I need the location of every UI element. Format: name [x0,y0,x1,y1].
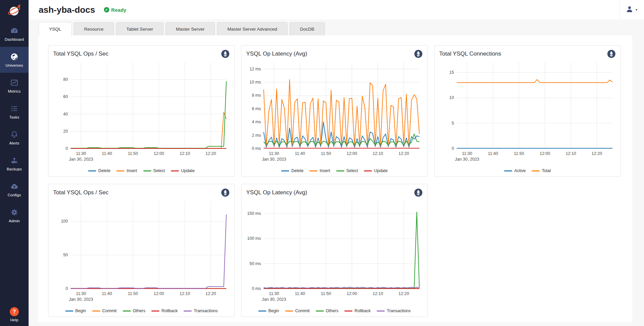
legend-label: Select [153,168,165,173]
legend-item-select[interactable]: Select [143,168,165,173]
tab-resource[interactable]: Resource [74,22,114,35]
tab-ysql[interactable]: YSQL [39,22,72,36]
y-tick-label: 15 [449,70,454,75]
charts-row-2: Total YSQL Ops / Sec 11:3011:4011:5012:0… [48,184,632,317]
legend-swatch [171,170,179,171]
y-tick-label: 150 ms [247,211,261,216]
sidebar-item-backups[interactable]: Backups [0,151,29,176]
gear-icon [10,208,18,217]
legend-item-select[interactable]: Select [336,168,358,173]
chart-canvas[interactable]: 11:3011:4011:5012:0012:1012:20Jan 30, 20… [246,60,423,165]
sidebar-item-label: Universes [5,63,23,67]
prometheus-icon[interactable] [221,188,230,197]
legend-label: Others [133,308,146,313]
legend-item-transactions[interactable]: Transactions [377,308,411,313]
legend-item-others[interactable]: Others [316,308,339,313]
legend-item-insert[interactable]: Insert [309,168,330,173]
sidebar-item-help[interactable]: ? Help [0,307,29,322]
chart-title: YSQL Op Latency (Avg) [246,188,307,196]
chart-canvas[interactable]: 11:3011:4011:5012:0012:1012:20Jan 30, 20… [439,60,616,165]
legend-label: Begin [75,308,86,313]
sidebar-item-tasks[interactable]: Tasks [0,99,29,125]
legend-item-rollback[interactable]: Rollback [151,308,178,313]
x-tick-label: 11:40 [295,151,305,156]
chart-canvas[interactable]: 11:3011:4011:5012:0012:1012:20Jan 30, 20… [246,198,423,305]
legend-swatch [309,170,317,171]
tab-master-server-advanced[interactable]: Master Server Advanced [217,22,288,35]
y-tick-label: 20 [63,129,68,134]
metrics-tab-bar: YSQL Resource Tablet Server Master Serve… [39,22,644,36]
x-tick-label: 11:30 [269,151,279,156]
tab-docdb[interactable]: DocDB [290,22,325,35]
y-tick-label: 0 ms [252,286,261,291]
tab-tablet-server[interactable]: Tablet Server [116,22,164,35]
chart-panel-total-ysql-ops-transactions: Total YSQL Ops / Sec 11:3011:4011:5012:0… [48,184,235,317]
legend-item-commit[interactable]: Commit [92,308,117,313]
legend-item-insert[interactable]: Insert [116,168,137,173]
x-tick-label: 11:50 [514,151,524,156]
x-tick-label: 11:40 [102,291,112,296]
series-line-others [264,212,419,288]
legend-item-commit[interactable]: Commit [285,308,310,313]
legend-swatch [364,170,372,171]
chart-legend: DeleteInsertSelectUpdate [246,168,423,173]
ready-check-icon: ✓ [104,7,109,12]
bell-icon [10,130,18,139]
prometheus-icon[interactable] [414,50,423,58]
sidebar-item-universes[interactable]: Universes [0,47,29,73]
sidebar-item-admin[interactable]: Admin [0,202,29,228]
legend-item-others[interactable]: Others [123,308,146,313]
x-tick-label: 12:10 [373,151,383,156]
sidebar-item-label: Metrics [8,89,21,93]
legend-item-total[interactable]: Total [532,168,551,173]
y-tick-label: 10 [449,95,454,100]
y-tick-label: 100 [61,219,68,224]
chart-panel-total-ysql-ops: Total YSQL Ops / Sec 11:3011:4011:5012:0… [48,45,235,177]
y-tick-label: 40 [63,112,68,117]
chart-canvas[interactable]: 11:3011:4011:5012:0012:1012:20Jan 30, 20… [53,60,230,165]
legend-item-transactions[interactable]: Transactions [184,308,218,313]
x-tick-label: 12:00 [347,291,357,296]
legend-label: Delete [98,168,110,173]
user-menu[interactable]: ▼ [619,0,644,20]
y-tick-label: 12 ms [250,67,261,71]
y-tick-label: 60 [63,94,68,99]
series-line-insert [71,112,226,149]
legend-label: Update [374,168,387,173]
sidebar-item-dashboard[interactable]: Dashboard [0,21,29,47]
caret-down-icon: ▼ [635,8,638,11]
yugabyte-logo[interactable] [0,0,29,21]
legend-item-delete[interactable]: Delete [88,168,110,173]
sidebar-item-metrics[interactable]: Metrics [0,73,29,99]
y-tick-label: 50 [63,253,68,257]
x-tick-label: 11:30 [76,291,86,296]
legend-item-begin[interactable]: Begin [65,308,86,313]
legend-label: Commit [295,308,310,313]
tab-master-server[interactable]: Master Server [165,22,215,35]
legend-item-active[interactable]: Active [504,168,526,173]
x-tick-label: 11:50 [128,151,138,156]
series-line-select [71,81,226,148]
legend-swatch [92,311,100,312]
legend-item-update[interactable]: Update [364,168,387,173]
legend-item-delete[interactable]: Delete [281,168,303,173]
y-tick-label: 0 [66,286,68,291]
sidebar-item-configs[interactable]: Configs [0,176,29,202]
legend-item-begin[interactable]: Begin [258,308,279,313]
series-line-transactions [71,215,226,288]
chart-title: Total YSQL Ops / Sec [53,188,108,196]
x-tick-label: 11:40 [295,291,305,296]
prometheus-icon[interactable] [221,50,230,58]
prometheus-icon[interactable] [414,188,423,197]
chart-canvas[interactable]: 11:3011:4011:5012:0012:1012:20Jan 30, 20… [53,198,230,305]
legend-item-update[interactable]: Update [171,168,194,173]
sidebar-nav: Dashboard Universes Metrics [0,21,29,228]
header: ash-yba-docs ✓ Ready ▼ [29,0,644,20]
prometheus-icon[interactable] [607,50,616,58]
legend-item-rollback[interactable]: Rollback [344,308,371,313]
y-tick-label: 8 ms [252,93,261,98]
x-tick-label: 12:20 [399,151,409,156]
sidebar-item-label: Tasks [9,115,20,119]
legend-label: Update [181,168,194,173]
sidebar-item-alerts[interactable]: Alerts [0,125,29,151]
